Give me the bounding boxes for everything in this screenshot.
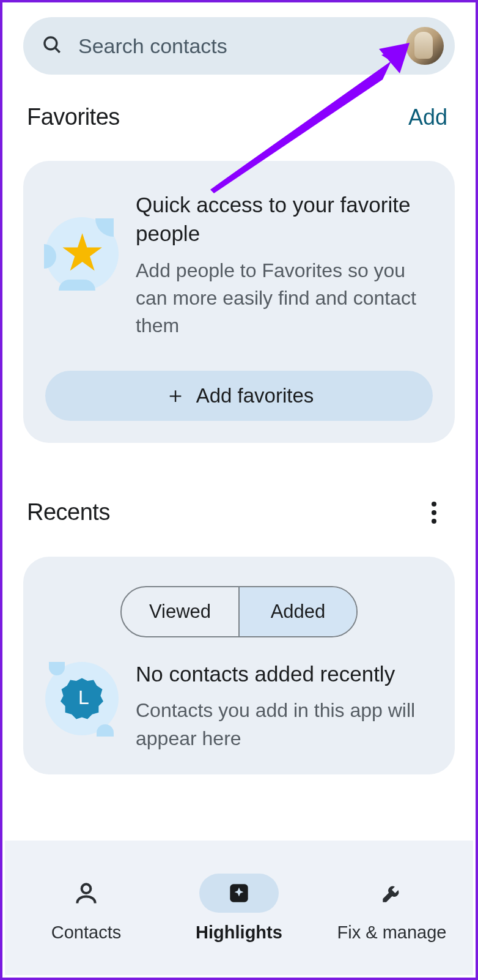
favorites-empty-card: ★ Quick access to your favorite people A… <box>23 161 455 443</box>
nav-highlights-label: Highlights <box>196 922 282 943</box>
account-avatar[interactable] <box>406 27 444 65</box>
nav-contacts-label: Contacts <box>51 922 121 943</box>
star-icon: ★ <box>59 227 105 278</box>
plus-icon: ＋ <box>164 380 186 410</box>
star-illustration: ★ <box>45 217 119 291</box>
recents-header-row: Recents <box>2 499 476 526</box>
nav-highlights[interactable]: Highlights <box>163 874 315 943</box>
favorites-header-row: Favorites Add <box>2 104 476 130</box>
search-icon <box>42 34 62 58</box>
tab-added[interactable]: Added <box>240 587 356 636</box>
add-favorites-button[interactable]: ＋ Add favorites <box>45 371 433 421</box>
svg-point-0 <box>45 37 57 50</box>
wrench-icon <box>352 874 432 913</box>
recents-card-subtitle: Contacts you add in this app will appear… <box>136 697 433 752</box>
search-placeholder: Search contacts <box>78 34 406 58</box>
search-bar[interactable]: Search contacts <box>23 17 455 75</box>
clock-illustration: L <box>45 662 119 735</box>
sparkle-icon <box>199 874 279 913</box>
favorites-card-title: Quick access to your favorite people <box>136 190 433 248</box>
svg-text:L: L <box>78 686 89 708</box>
recents-heading: Recents <box>27 499 110 525</box>
svg-point-3 <box>82 884 91 893</box>
recents-card: Viewed Added L No contacts added recentl… <box>23 557 455 774</box>
favorites-card-subtitle: Add people to Favorites so you can more … <box>136 257 433 340</box>
nav-fix-manage-label: Fix & manage <box>337 922 447 943</box>
add-favorites-label: Add favorites <box>196 384 314 407</box>
nav-contacts[interactable]: Contacts <box>10 874 163 943</box>
tab-viewed[interactable]: Viewed <box>122 587 238 636</box>
bottom-navigation: Contacts Highlights Fix & manage <box>5 841 473 975</box>
recents-overflow-button[interactable] <box>421 499 447 526</box>
add-favorite-link[interactable]: Add <box>408 105 447 130</box>
nav-fix-manage[interactable]: Fix & manage <box>315 874 468 943</box>
person-icon <box>46 874 126 913</box>
recents-segmented-control: Viewed Added <box>120 586 358 637</box>
recents-card-title: No contacts added recently <box>136 659 433 688</box>
favorites-heading: Favorites <box>27 104 120 130</box>
svg-line-1 <box>55 48 59 52</box>
clock-icon: L <box>59 675 105 722</box>
